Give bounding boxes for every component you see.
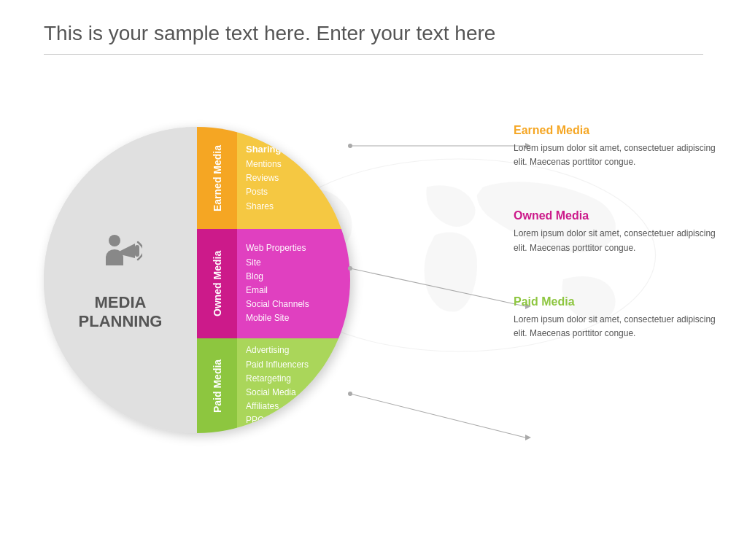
label-desc-paid: Lorem ipsum dolor sit amet, consectetuer… <box>514 313 725 341</box>
segment-paid: Paid Media Advertising Paid Influencers … <box>197 338 350 433</box>
owned-content: Web Properties Site Blog Email Social Ch… <box>237 229 350 338</box>
label-title-paid: Paid Media <box>514 295 725 308</box>
paid-item-2: Retargeting <box>246 372 341 386</box>
paid-label-strip: Paid Media <box>197 338 237 433</box>
svg-rect-2 <box>135 245 139 257</box>
paid-item-5: PPC <box>246 413 341 427</box>
slide: This is your sample text here. Enter you… <box>0 0 747 560</box>
label-title-earned: Earned Media <box>514 124 725 137</box>
megaphone-icon <box>98 229 142 281</box>
owned-item-3: Email <box>246 284 341 298</box>
label-block-earned: Earned Media Lorem ipsum dolor sit amet,… <box>514 124 725 169</box>
paid-item-1: Paid Influencers <box>246 358 341 372</box>
paid-item-0: Advertising <box>246 343 341 357</box>
svg-point-1 <box>109 235 120 246</box>
earned-item-3: Posts <box>246 185 341 199</box>
paid-item-4: Affiliates <box>246 400 341 413</box>
owned-item-5: Mobile Site <box>246 311 341 325</box>
earned-item-1: Mentions <box>246 158 341 171</box>
owned-label-strip: Owned Media <box>197 229 237 338</box>
circle-outer: MEDIA PLANNING Earned Media Sharing Ment… <box>44 127 350 433</box>
owned-item-0: Web Properties <box>246 241 341 255</box>
label-block-paid: Paid Media Lorem ipsum dolor sit amet, c… <box>514 295 725 341</box>
owned-item-4: Social Channels <box>246 298 341 311</box>
earned-item-4: Shares <box>246 200 341 214</box>
label-desc-owned: Lorem ipsum dolor sit amet, consectetuer… <box>514 227 725 254</box>
circle-diagram: MEDIA PLANNING Earned Media Sharing Ment… <box>44 127 350 433</box>
segment-earned: Earned Media Sharing Mentions Reviews Po… <box>197 127 350 229</box>
svg-marker-11 <box>525 435 531 440</box>
earned-item-2: Reviews <box>246 171 341 185</box>
owned-item-2: Blog <box>246 270 341 284</box>
paid-content: Advertising Paid Influencers Retargeting… <box>237 338 350 433</box>
right-labels: Earned Media Lorem ipsum dolor sit amet,… <box>514 124 725 362</box>
media-planning-label: MEDIA PLANNING <box>79 293 163 332</box>
paid-item-3: Social Media <box>246 386 341 400</box>
label-title-owned: Owned Media <box>514 209 725 222</box>
earned-item-0: Sharing <box>246 142 341 158</box>
right-half-segments: Earned Media Sharing Mentions Reviews Po… <box>197 127 350 433</box>
label-desc-earned: Lorem ipsum dolor sit amet, consectetuer… <box>514 141 725 169</box>
svg-line-9 <box>350 394 525 438</box>
segment-owned: Owned Media Web Properties Site Blog Ema… <box>197 229 350 338</box>
owned-item-1: Site <box>246 256 341 270</box>
svg-line-6 <box>350 268 525 306</box>
label-block-owned: Owned Media Lorem ipsum dolor sit amet, … <box>514 209 725 254</box>
earned-content: Sharing Mentions Reviews Posts Shares <box>237 127 350 229</box>
slide-title: This is your sample text here. Enter you… <box>44 22 703 45</box>
title-area: This is your sample text here. Enter you… <box>44 22 703 55</box>
left-half: MEDIA PLANNING <box>44 127 197 433</box>
title-divider <box>44 54 703 55</box>
earned-label-strip: Earned Media <box>197 127 237 229</box>
